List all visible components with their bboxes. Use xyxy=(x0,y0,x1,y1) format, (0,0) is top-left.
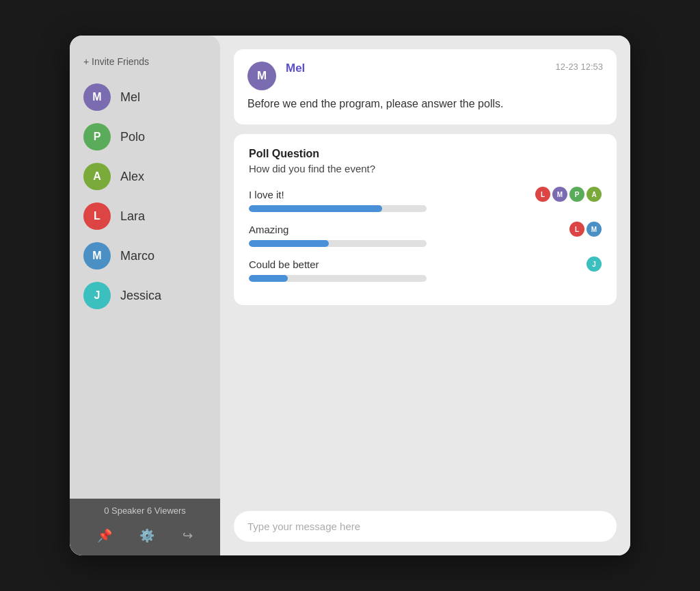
poll-question: How did you find the event? xyxy=(249,163,602,174)
participant-avatar: P xyxy=(83,123,111,150)
poll-voters: J xyxy=(587,257,602,272)
poll-title: Poll Question xyxy=(249,148,602,160)
app-container: + Invite Friends M Mel P Polo A Alex L L… xyxy=(70,36,630,555)
participant-avatar: M xyxy=(83,242,111,270)
sidebar-stats: 0 Speaker 6 Viewers xyxy=(83,505,206,516)
poll-voter-avatar: M xyxy=(587,222,602,237)
main-area: M Mel 12-23 12:53 Before we end the prog… xyxy=(220,36,630,555)
participant-item[interactable]: P Polo xyxy=(83,123,206,150)
message-sender: Mel xyxy=(286,62,305,75)
message-input[interactable]: Type your message here xyxy=(234,511,617,542)
participant-avatar: A xyxy=(83,163,111,190)
poll-voters: LM xyxy=(569,222,602,237)
participant-item[interactable]: A Alex xyxy=(83,163,206,190)
poll-option[interactable]: I love it! LMPA xyxy=(249,187,602,212)
poll-voter-avatar: L xyxy=(569,222,584,237)
poll-bar-bg xyxy=(249,240,427,247)
poll-option[interactable]: Amazing LM xyxy=(249,222,602,247)
pin-button[interactable]: 📌 xyxy=(92,525,118,546)
poll-voter-avatar: L xyxy=(535,187,550,202)
settings-button[interactable]: ⚙️ xyxy=(134,525,160,546)
participant-item[interactable]: M Mel xyxy=(83,83,206,111)
poll-card: Poll Question How did you find the event… xyxy=(234,134,617,305)
participant-item[interactable]: M Marco xyxy=(83,242,206,270)
invite-friends-button[interactable]: + Invite Friends xyxy=(83,56,206,67)
participant-item[interactable]: J Jessica xyxy=(83,282,206,309)
exit-button[interactable]: ↪ xyxy=(177,525,198,546)
poll-bar-bg xyxy=(249,275,427,282)
poll-options: I love it! LMPA Amazing LM Could be bett… xyxy=(249,187,602,282)
participant-list: M Mel P Polo A Alex L Lara M Marco J Jes… xyxy=(83,83,206,499)
participant-avatar: L xyxy=(83,202,111,230)
poll-voter-avatar: M xyxy=(552,187,567,202)
message-text: Before we end the program, please answer… xyxy=(247,96,603,112)
poll-bar-fill xyxy=(249,205,382,212)
participant-item[interactable]: L Lara xyxy=(83,202,206,230)
participant-name: Lara xyxy=(120,209,145,224)
sidebar-footer: 0 Speaker 6 Viewers 📌 ⚙️ ↪ xyxy=(70,499,220,555)
poll-option-label: Amazing xyxy=(249,224,288,235)
message-card: M Mel 12-23 12:53 Before we end the prog… xyxy=(234,49,617,124)
poll-bar-fill xyxy=(249,275,288,282)
message-meta: Mel 12-23 12:53 xyxy=(286,62,603,75)
poll-bar-bg xyxy=(249,205,427,212)
poll-voter-avatar: A xyxy=(587,187,602,202)
poll-option-header: Amazing LM xyxy=(249,222,602,237)
poll-option-label: Could be better xyxy=(249,259,319,270)
participant-name: Jessica xyxy=(120,289,161,303)
message-header: M Mel 12-23 12:53 xyxy=(247,62,603,90)
poll-option-label: I love it! xyxy=(249,189,284,200)
sidebar: + Invite Friends M Mel P Polo A Alex L L… xyxy=(70,36,220,555)
poll-option-header: Could be better J xyxy=(249,257,602,272)
participant-name: Mel xyxy=(120,90,140,105)
poll-voter-avatar: P xyxy=(569,187,584,202)
poll-option-header: I love it! LMPA xyxy=(249,187,602,202)
sidebar-actions: 📌 ⚙️ ↪ xyxy=(83,523,206,549)
participant-name: Marco xyxy=(120,249,154,263)
participant-name: Polo xyxy=(120,130,145,144)
poll-bar-fill xyxy=(249,240,329,247)
participant-avatar: M xyxy=(83,83,111,111)
messages-area: M Mel 12-23 12:53 Before we end the prog… xyxy=(234,49,617,501)
participant-name: Alex xyxy=(120,170,144,184)
participant-avatar: J xyxy=(83,282,111,309)
message-time: 12-23 12:53 xyxy=(556,62,603,72)
poll-option[interactable]: Could be better J xyxy=(249,257,602,282)
poll-voters: LMPA xyxy=(535,187,602,202)
message-avatar: M xyxy=(247,62,276,90)
poll-voter-avatar: J xyxy=(587,257,602,272)
